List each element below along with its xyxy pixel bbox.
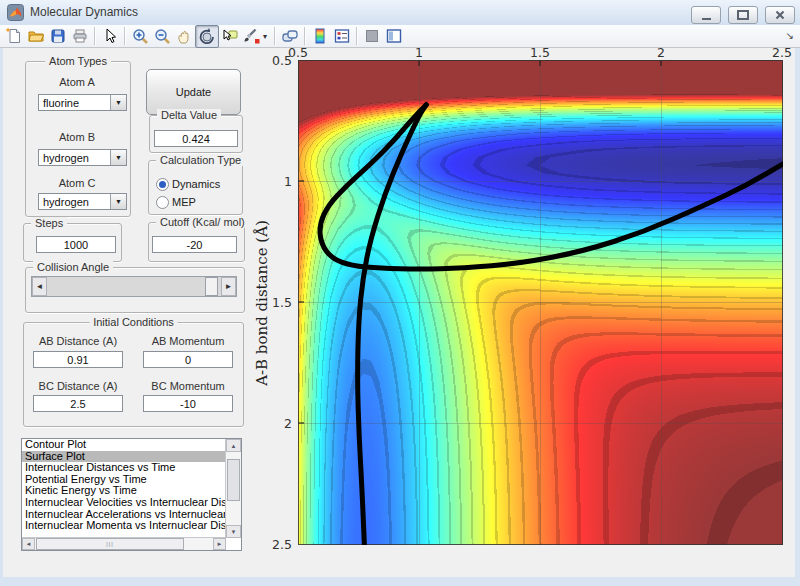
scrollbar-thumb[interactable] [227, 459, 240, 501]
pan-button[interactable] [173, 26, 195, 47]
ab-distance-field[interactable]: 0.91 [33, 351, 123, 368]
bc-distance-field[interactable]: 2.5 [33, 395, 123, 412]
slider-thumb[interactable] [205, 277, 218, 296]
slider-right-arrow[interactable]: ► [221, 277, 236, 296]
legend-icon [333, 27, 351, 45]
chevron-down-icon[interactable]: ▼ [110, 194, 126, 209]
bc-momentum-label: BC Momentum [138, 380, 238, 392]
chevron-down-icon[interactable]: ▼ [110, 95, 126, 110]
atom-c-dropdown[interactable]: hydrogen ▼ [38, 193, 127, 210]
save-figure-button[interactable] [47, 26, 69, 47]
delta-value-field[interactable]: 0.424 [154, 130, 238, 147]
gray-square-icon [363, 27, 381, 45]
list-item[interactable]: Contour Plot [22, 439, 226, 451]
zoom-out-icon [153, 27, 171, 45]
insert-legend-button[interactable] [331, 26, 353, 47]
list-item[interactable]: Surface Plot [22, 451, 226, 463]
slider-left-arrow[interactable]: ◄ [32, 277, 47, 296]
chevron-down-icon[interactable]: ▼ [110, 150, 126, 165]
figure-toolbar: ▾ [0, 25, 800, 48]
bc-momentum-field[interactable]: -10 [143, 395, 233, 412]
restore-button[interactable] [728, 6, 758, 24]
y-tick-label: 2 [284, 416, 292, 431]
save-floppy-icon [49, 27, 67, 45]
rotate-3d-button[interactable] [195, 25, 219, 48]
print-figure-button[interactable] [69, 26, 91, 47]
link-plot-button[interactable] [279, 26, 301, 47]
window-border [0, 577, 800, 586]
cursor-arrow-icon [101, 27, 119, 45]
mep-radio[interactable] [156, 196, 169, 209]
steps-field[interactable]: 1000 [36, 236, 116, 253]
zoom-in-icon [131, 27, 149, 45]
data-cursor-button[interactable] [219, 26, 241, 47]
brush-data-button[interactable] [241, 26, 263, 47]
ab-distance-label: AB Distance (A) [28, 335, 128, 347]
atom-a-dropdown[interactable]: fluorine ▼ [38, 94, 127, 111]
delta-value-title: Delta Value [157, 109, 221, 121]
toolbar-overflow-chevron[interactable]: ↘ [786, 30, 794, 41]
atom-b-label: Atom B [25, 131, 129, 143]
toolbar-separator [94, 27, 96, 45]
cutoff-field[interactable]: -20 [152, 236, 237, 253]
scroll-right-icon[interactable]: ► [213, 538, 226, 550]
dynamics-radio[interactable] [156, 178, 169, 191]
list-item[interactable]: Internuclear Distances vs Time [22, 462, 226, 474]
scroll-left-icon[interactable]: ◄ [22, 538, 35, 550]
cutoff-title: Cutoff (Kcal/ mol) [156, 216, 249, 228]
edit-plot-button[interactable] [99, 26, 121, 47]
y-tick-label: 1 [284, 174, 292, 189]
atom-a-value: fluorine [43, 97, 79, 109]
horizontal-scrollbar[interactable]: ◄ ||| ► [22, 537, 226, 550]
zoom-in-button[interactable] [129, 26, 151, 47]
window-title: Molecular Dynamics [30, 5, 138, 19]
atom-b-dropdown[interactable]: hydrogen ▼ [38, 149, 127, 166]
dynamics-radio-label: Dynamics [172, 178, 220, 190]
hand-icon [175, 27, 193, 45]
vertical-scrollbar[interactable]: ▲ ▼ [225, 439, 241, 538]
restore-icon [737, 10, 749, 20]
list-item[interactable]: Internuclear Momenta vs Internuclear Dis… [22, 520, 226, 532]
title-bar[interactable]: Molecular Dynamics [0, 0, 800, 26]
rotate-3d-icon [198, 27, 216, 45]
potential-energy-surface-plot[interactable] [298, 60, 783, 545]
scroll-down-icon[interactable]: ▼ [226, 525, 241, 538]
collision-angle-title: Collision Angle [33, 261, 113, 273]
hide-plot-tools-button[interactable] [361, 26, 383, 47]
ab-momentum-field[interactable]: 0 [143, 351, 233, 368]
link-chain-icon [281, 27, 299, 45]
minimize-button[interactable] [691, 6, 721, 24]
toolbar-separator [124, 27, 126, 45]
scroll-up-icon[interactable]: ▲ [226, 439, 241, 452]
toolbar-separator [304, 27, 306, 45]
open-file-button[interactable] [25, 26, 47, 47]
list-item[interactable]: Internuclear Accelerations vs Internucle… [22, 509, 226, 521]
brush-dropdown-arrow[interactable]: ▾ [263, 32, 271, 41]
data-cursor-icon [221, 27, 239, 45]
close-button[interactable] [765, 6, 795, 24]
zoom-out-button[interactable] [151, 26, 173, 47]
window-border [0, 25, 3, 577]
open-folder-icon [27, 27, 45, 45]
mep-radio-label: MEP [172, 196, 196, 208]
list-item[interactable]: Potential Energy vs Time [22, 474, 226, 486]
atom-a-label: Atom A [25, 76, 129, 88]
scrollbar-thumb[interactable]: ||| [36, 538, 184, 550]
plot-type-listbox[interactable]: Contour Plot Surface Plot Internuclear D… [21, 438, 242, 551]
initial-conditions-title: Initial Conditions [89, 316, 178, 328]
collision-angle-slider[interactable]: ◄ ► [31, 276, 237, 297]
window-controls [691, 6, 795, 24]
toolbar-separator [274, 27, 276, 45]
insert-colorbar-button[interactable] [309, 26, 331, 47]
dock-figure-button[interactable] [383, 26, 405, 47]
list-item[interactable]: Kinetic Energy vs Time [22, 485, 226, 497]
molecular-dynamics-window: Molecular Dynamics [0, 0, 800, 586]
window-border [795, 25, 800, 577]
close-icon [775, 10, 785, 20]
matlab-app-icon [7, 4, 24, 21]
steps-title: Steps [31, 217, 67, 229]
list-item[interactable]: Internuclear Velocities vs Internuclear … [22, 497, 226, 509]
new-figure-button[interactable] [3, 26, 25, 47]
brush-icon [243, 27, 261, 45]
toolbar-separator [356, 27, 358, 45]
